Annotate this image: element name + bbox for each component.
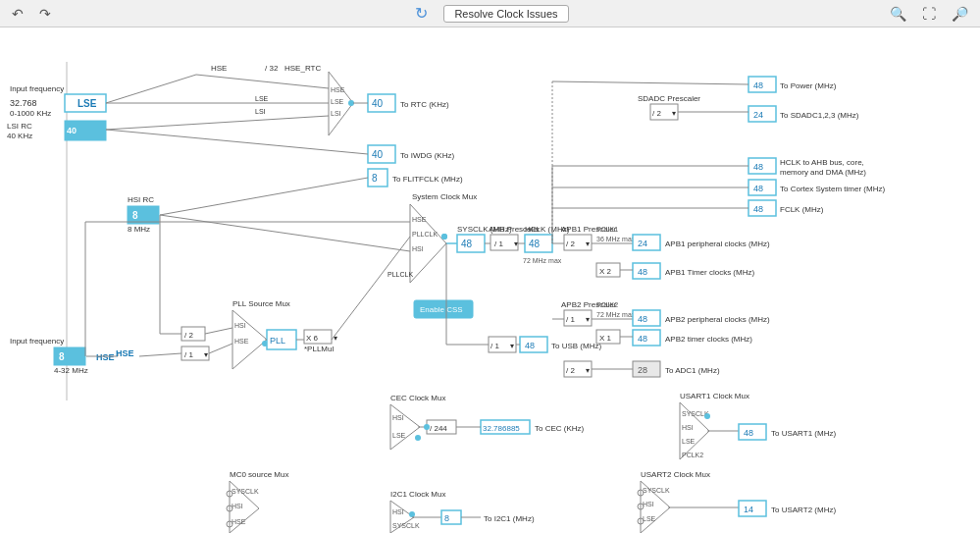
svg-text:To CEC (KHz): To CEC (KHz) (535, 424, 585, 433)
svg-text:HSI: HSI (234, 322, 246, 329)
svg-text:HSE: HSE (116, 348, 134, 358)
svg-point-212 (704, 413, 710, 419)
redo-button[interactable]: ↷ (35, 4, 55, 24)
svg-text:PLLCLK: PLLCLK (412, 231, 438, 238)
svg-text:LSE: LSE (77, 98, 97, 109)
svg-point-171 (441, 234, 447, 240)
svg-text:To IWDG (KHz): To IWDG (KHz) (400, 151, 454, 160)
svg-line-159 (139, 353, 181, 356)
svg-point-192 (409, 511, 415, 517)
svg-line-27 (196, 75, 329, 88)
svg-text:To FLITFCLK (MHz): To FLITFCLK (MHz) (392, 175, 463, 184)
svg-text:▾: ▾ (586, 240, 590, 248)
svg-text:/ 1: / 1 (494, 240, 503, 248)
toolbar-right: 🔍 ⛶ 🔎 (886, 4, 972, 24)
svg-text:To USART2 (MHz): To USART2 (MHz) (771, 506, 836, 514)
svg-text:0-1000 KHz: 0-1000 KHz (10, 109, 51, 118)
svg-text:memory and DMA (MHz): memory and DMA (MHz) (780, 168, 866, 177)
svg-text:HSE: HSE (234, 338, 249, 345)
svg-text:▾: ▾ (672, 109, 676, 118)
svg-text:Enable CSS: Enable CSS (420, 305, 463, 314)
svg-line-33 (106, 116, 329, 130)
refresh-button[interactable]: ↻ (411, 2, 432, 25)
svg-text:APB2 peripheral clocks (MHz): APB2 peripheral clocks (MHz) (665, 315, 770, 324)
svg-text:Input frequency: Input frequency (10, 337, 64, 346)
main-content: Input frequency LSE 32.768 0-1000 KHz 40… (0, 27, 980, 533)
svg-text:X 6: X 6 (306, 334, 319, 343)
svg-text:48: 48 (753, 184, 763, 193)
svg-text:72 MHz max: 72 MHz max (596, 311, 636, 318)
svg-text:HSI: HSI (232, 503, 243, 509)
svg-text:LSI: LSI (255, 108, 266, 115)
toolbar-center: ↻ Resolve Clock Issues (411, 2, 568, 25)
svg-text:/ 244: / 244 (430, 424, 447, 433)
svg-text:HSE: HSE (96, 352, 115, 362)
svg-text:HSI: HSI (412, 245, 424, 252)
svg-text:48: 48 (461, 239, 473, 249)
svg-text:LSI: LSI (331, 110, 341, 117)
svg-text:To SDADC1,2,3 (MHz): To SDADC1,2,3 (MHz) (780, 111, 859, 120)
svg-text:40: 40 (372, 98, 384, 109)
svg-text:8 MHz: 8 MHz (128, 225, 150, 234)
svg-text:40 KHz: 40 KHz (7, 132, 32, 140)
svg-text:8: 8 (59, 351, 65, 362)
svg-line-230 (160, 215, 410, 251)
svg-text:▾: ▾ (204, 350, 208, 359)
svg-rect-43 (368, 169, 387, 187)
svg-text:24: 24 (753, 110, 763, 120)
svg-text:32.786885: 32.786885 (483, 424, 520, 433)
svg-text:Input frequency: Input frequency (10, 84, 64, 93)
zoom-out-button[interactable]: 🔎 (948, 4, 972, 24)
diagram-area: Input frequency LSE 32.768 0-1000 KHz 40… (0, 27, 980, 533)
svg-text:32.768: 32.768 (10, 98, 37, 108)
svg-text:USART2 Clock Mux: USART2 Clock Mux (641, 470, 710, 479)
svg-text:▾: ▾ (510, 342, 514, 350)
svg-text:48: 48 (753, 204, 763, 214)
undo-button[interactable]: ↶ (8, 4, 27, 24)
svg-line-117 (552, 81, 748, 84)
svg-text:PCLK1: PCLK1 (596, 226, 618, 233)
svg-text:36 MHz max: 36 MHz max (596, 236, 636, 242)
clock-diagram: Input frequency LSE 32.768 0-1000 KHz 40… (0, 27, 980, 533)
svg-text:To USART1 (MHz): To USART1 (MHz) (771, 429, 836, 438)
svg-text:CEC Clock Mux: CEC Clock Mux (390, 394, 445, 402)
svg-text:SYSCLK: SYSCLK (392, 522, 420, 529)
svg-text:FCLK (MHz): FCLK (MHz) (780, 205, 824, 214)
svg-text:▾: ▾ (586, 366, 590, 375)
svg-text:/ 1: / 1 (566, 315, 575, 324)
zoom-in-button[interactable]: 🔍 (886, 4, 910, 24)
svg-text:LSE: LSE (682, 438, 696, 445)
svg-text:HSI: HSI (643, 501, 654, 507)
svg-text:8: 8 (132, 210, 138, 221)
svg-text:24: 24 (638, 239, 647, 248)
svg-text:28: 28 (638, 365, 647, 375)
svg-line-160 (209, 344, 232, 353)
svg-text:48: 48 (525, 341, 535, 350)
svg-text:To USB (MHz): To USB (MHz) (551, 342, 601, 350)
svg-text:48: 48 (638, 334, 647, 344)
svg-text:48: 48 (638, 267, 647, 277)
svg-text:APB1 peripheral clocks (MHz): APB1 peripheral clocks (MHz) (665, 240, 770, 248)
svg-text:PLLCLK: PLLCLK (387, 271, 413, 278)
svg-text:HSE: HSE (232, 518, 246, 525)
svg-text:To I2C1 (MHz): To I2C1 (MHz) (484, 514, 535, 523)
svg-line-45 (160, 178, 368, 215)
svg-text:HSE: HSE (331, 86, 345, 93)
svg-text:LSI RC: LSI RC (7, 122, 32, 131)
svg-text:72 MHz max: 72 MHz max (523, 257, 562, 264)
resolve-clock-button[interactable]: Resolve Clock Issues (443, 5, 568, 23)
svg-text:APB2 timer clocks (MHz): APB2 timer clocks (MHz) (665, 335, 752, 344)
svg-text:I2C1 Clock Mux: I2C1 Clock Mux (390, 490, 445, 499)
svg-text:HSI: HSI (392, 508, 404, 515)
svg-text:MC0 source Mux: MC0 source Mux (230, 470, 288, 479)
svg-text:8: 8 (372, 173, 378, 184)
svg-line-169 (332, 237, 410, 340)
svg-text:PLL: PLL (270, 336, 285, 346)
svg-text:*PLLMul: *PLLMul (304, 345, 334, 353)
svg-text:HSI: HSI (682, 424, 694, 431)
zoom-fit-button[interactable]: ⛶ (918, 4, 940, 24)
svg-text:/ 1: / 1 (184, 350, 193, 359)
svg-text:LSE: LSE (255, 95, 269, 102)
svg-text:HSI RC: HSI RC (128, 195, 154, 204)
svg-text:LSE: LSE (643, 515, 656, 522)
